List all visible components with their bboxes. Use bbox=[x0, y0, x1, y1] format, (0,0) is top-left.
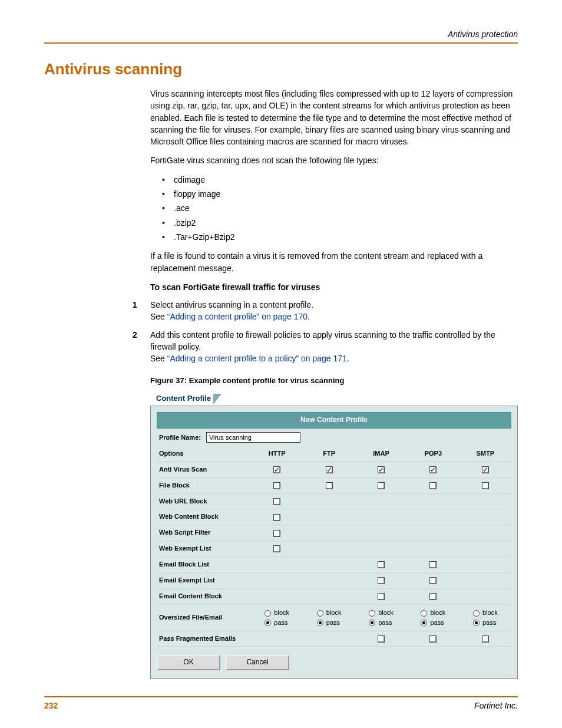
radio-pass[interactable] bbox=[421, 620, 427, 626]
radio-pass[interactable] bbox=[317, 620, 323, 626]
option-cell bbox=[355, 509, 407, 525]
option-cell: block pass bbox=[355, 605, 407, 631]
radio-label: pass bbox=[376, 619, 392, 626]
option-cell bbox=[459, 541, 511, 557]
col-header: HTTP bbox=[251, 446, 303, 462]
radio-pass[interactable] bbox=[473, 620, 480, 626]
option-cell bbox=[251, 541, 303, 557]
radio-block[interactable] bbox=[421, 610, 427, 617]
option-cell bbox=[251, 557, 303, 573]
option-cell bbox=[355, 462, 407, 477]
option-cell bbox=[251, 573, 303, 589]
table-row: Web Content Block bbox=[157, 509, 511, 525]
checkbox[interactable] bbox=[429, 635, 437, 643]
option-cell bbox=[303, 557, 355, 573]
checkbox[interactable] bbox=[378, 593, 385, 600]
paragraph: FortiGate virus scanning does not scan t… bbox=[150, 154, 518, 166]
table-header-row: Options HTTP FTP IMAP POP3 SMTP bbox=[157, 446, 511, 462]
checkbox[interactable] bbox=[326, 466, 333, 473]
option-cell bbox=[459, 589, 511, 605]
checkbox[interactable] bbox=[429, 577, 437, 584]
option-cell bbox=[355, 525, 407, 541]
option-cell: block pass bbox=[459, 605, 511, 631]
checkbox[interactable] bbox=[273, 514, 280, 521]
checkbox[interactable] bbox=[482, 482, 489, 489]
step-number: 1 bbox=[133, 299, 150, 323]
cancel-button[interactable]: Cancel bbox=[226, 655, 289, 670]
checkbox[interactable] bbox=[482, 466, 489, 473]
profile-name-label: Profile Name: bbox=[159, 434, 201, 441]
option-cell bbox=[303, 631, 355, 647]
option-cell bbox=[407, 541, 459, 557]
radio-label: pass bbox=[325, 619, 340, 626]
table-row: Web URL Block bbox=[157, 493, 511, 509]
ok-button[interactable]: OK bbox=[157, 655, 220, 670]
procedure-heading: To scan FortiGate firewall traffic for v… bbox=[150, 281, 518, 293]
step: 1 Select antivirus scanning in a content… bbox=[150, 299, 518, 323]
list-item: .bzip2 bbox=[162, 217, 518, 229]
radio-pass[interactable] bbox=[265, 620, 271, 626]
option-cell bbox=[407, 631, 459, 647]
checkbox[interactable] bbox=[482, 635, 489, 643]
checkbox[interactable] bbox=[429, 593, 437, 600]
button-row: OK Cancel bbox=[157, 647, 511, 672]
radio-label: pass bbox=[481, 619, 496, 626]
step-number: 2 bbox=[133, 329, 150, 365]
option-cell: block pass bbox=[303, 605, 355, 631]
radio-block[interactable] bbox=[317, 610, 323, 617]
checkbox[interactable] bbox=[378, 635, 385, 643]
option-cell bbox=[407, 525, 459, 541]
list-item: .ace bbox=[162, 202, 518, 214]
col-header: SMTP bbox=[459, 446, 511, 462]
checkbox[interactable] bbox=[378, 466, 385, 473]
see-text: See bbox=[150, 354, 167, 363]
profile-name-input[interactable] bbox=[206, 432, 300, 443]
radio-group: block pass bbox=[473, 608, 498, 627]
checkbox[interactable] bbox=[273, 466, 280, 473]
option-cell bbox=[355, 557, 407, 573]
option-cell bbox=[303, 541, 355, 557]
checkbox[interactable] bbox=[273, 482, 280, 489]
option-cell: block pass bbox=[251, 605, 303, 631]
checkbox[interactable] bbox=[378, 482, 385, 489]
radio-block[interactable] bbox=[369, 610, 375, 617]
list-item: floppy image bbox=[162, 188, 518, 200]
table-row: Email Block List bbox=[157, 557, 511, 573]
period: . bbox=[347, 354, 349, 363]
radio-label: block bbox=[272, 609, 289, 616]
page-number: 232 bbox=[44, 701, 58, 710]
checkbox[interactable] bbox=[273, 498, 280, 505]
checkbox[interactable] bbox=[273, 530, 280, 537]
option-label: Email Exempt List bbox=[157, 573, 251, 589]
option-cell bbox=[251, 509, 303, 525]
option-label: File Block bbox=[157, 477, 251, 493]
table-row: Oversized File/Email block pass block pa… bbox=[157, 605, 511, 631]
cross-ref-link[interactable]: “Adding a content profile” on page 170 bbox=[167, 312, 308, 321]
checkbox[interactable] bbox=[326, 482, 333, 489]
checkbox[interactable] bbox=[429, 482, 437, 489]
option-cell bbox=[355, 493, 407, 509]
checkbox[interactable] bbox=[429, 466, 437, 473]
radio-group: block pass bbox=[317, 608, 342, 627]
checkbox[interactable] bbox=[273, 545, 280, 552]
radio-block[interactable] bbox=[265, 610, 271, 617]
cross-ref-link[interactable]: “Adding a content profile to a policy” o… bbox=[167, 354, 347, 363]
checkbox[interactable] bbox=[378, 577, 385, 584]
option-cell bbox=[407, 477, 459, 493]
checkbox[interactable] bbox=[378, 561, 385, 568]
radio-block[interactable] bbox=[473, 610, 480, 617]
table-row: Anti Virus Scan bbox=[157, 462, 511, 477]
option-label: Oversized File/Email bbox=[157, 605, 251, 631]
option-label: Email Block List bbox=[157, 557, 251, 573]
option-cell bbox=[459, 462, 511, 477]
option-cell bbox=[459, 493, 511, 509]
option-cell bbox=[459, 557, 511, 573]
page-footer: 232 Fortinet Inc. bbox=[44, 696, 518, 710]
radio-pass[interactable] bbox=[369, 620, 375, 626]
option-cell bbox=[407, 589, 459, 605]
option-cell bbox=[303, 525, 355, 541]
option-label: Pass Fragmented Emails bbox=[157, 631, 251, 647]
checkbox[interactable] bbox=[429, 561, 437, 568]
option-label: Web Exempt List bbox=[157, 541, 251, 557]
option-cell bbox=[303, 573, 355, 589]
